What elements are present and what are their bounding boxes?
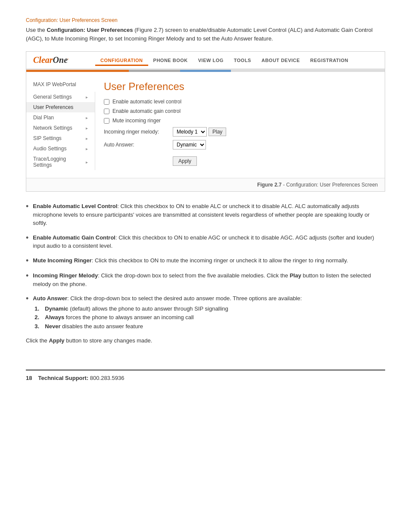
bullet-item-auto-answer: • Auto Answer: Click the drop-down box t… <box>26 294 385 331</box>
intro-paragraph: Use the Configuration: User Preferences … <box>26 26 385 43</box>
bullet-text-agc: Enable Automatic Gain Control: Click thi… <box>33 233 385 250</box>
bullet-dot: • <box>26 202 28 212</box>
sidebar: MAX IP WebPortal General Settings User P… <box>26 76 95 174</box>
bullet-text-alc: Enable Automatic Level Control: Click th… <box>33 202 385 227</box>
sidebar-item-user-preferences[interactable]: User Preferences <box>26 102 95 112</box>
bullet-item-agc: • Enable Automatic Gain Control: Click t… <box>26 233 385 250</box>
select-auto-answer[interactable]: Dynamic Always Never <box>173 140 206 149</box>
color-bar <box>26 70 385 72</box>
sidebar-item-sip-settings[interactable]: SIP Settings <box>26 133 95 143</box>
checkbox-agc[interactable] <box>104 109 109 114</box>
bullet-item-alc: • Enable Automatic Level Control: Click … <box>26 202 385 227</box>
bullet-text-melody: Incoming Ringer Melody: Click the drop-d… <box>33 271 385 288</box>
bullet-dot: • <box>26 256 28 266</box>
bullet-item-melody: • Incoming Ringer Melody: Click the drop… <box>26 271 385 288</box>
form-row-ringer-melody: Incoming ringer melody: Melody 1 Melody … <box>104 127 376 137</box>
bullet-dot: • <box>26 233 28 243</box>
nav-bar: ClearOne. CONFIGURATION PHONE BOOK VIEW … <box>26 52 385 70</box>
apply-row: Apply <box>173 153 376 166</box>
bullet-dot: • <box>26 271 28 281</box>
nav-item-tools[interactable]: TOOLS <box>229 56 256 66</box>
intro-text-before: Use the <box>26 27 47 33</box>
form-row-alc: Enable automatic level control <box>104 99 376 105</box>
nav-item-viewlog[interactable]: VIEW LOG <box>193 56 229 66</box>
sidebar-item-dial-plan[interactable]: Dial Plan <box>26 112 95 123</box>
sidebar-item-network-settings[interactable]: Network Settings <box>26 123 95 133</box>
sidebar-item-audio-settings[interactable]: Audio Settings <box>26 143 95 154</box>
nav-items: CONFIGURATION PHONE BOOK VIEW LOG TOOLS … <box>95 56 378 65</box>
nav-item-phonebook[interactable]: PHONE BOOK <box>148 56 193 66</box>
label-ringer-melody: Incoming ringer melody: <box>104 129 173 135</box>
nav-item-configuration[interactable]: CONFIGURATION <box>95 56 148 66</box>
figure-caption-text: - Configuration: User Preferences Screen <box>282 182 378 188</box>
bullet-dot: • <box>26 294 28 304</box>
section-title-link[interactable]: Configuration: User Preferences Screen <box>26 17 385 23</box>
footer-phone: 800.283.5936 <box>90 375 125 381</box>
color-bar-gray <box>129 70 180 72</box>
page-footer: 18 Technical Support: 800.283.5936 <box>26 370 385 381</box>
select-ringer-melody[interactable]: Melody 1 Melody 2 Melody 3 Melody 4 Melo… <box>173 127 207 137</box>
label-mute[interactable]: Mute incoming ringer <box>112 118 161 124</box>
page-wrapper: Configuration: User Preferences Screen U… <box>0 0 411 407</box>
bullet-item-mute: • Mute Incoming Ringer: Click this check… <box>26 256 385 266</box>
label-auto-answer: Auto Answer: <box>104 142 173 148</box>
apply-button[interactable]: Apply <box>173 156 197 166</box>
intro-bold: Configuration: User Preferences <box>47 27 133 33</box>
nav-logo: ClearOne. <box>33 55 85 65</box>
sidebar-item-trace-logging[interactable]: Trace/Logging Settings <box>26 154 95 170</box>
checkbox-alc[interactable] <box>104 99 109 105</box>
main-content: User Preferences Enable automatic level … <box>95 76 385 174</box>
label-alc[interactable]: Enable automatic level control <box>112 99 181 105</box>
page-heading: User Preferences <box>104 81 376 93</box>
form-row-auto-answer: Auto Answer: Dynamic Always Never <box>104 140 376 149</box>
bullet-section: • Enable Automatic Level Control: Click … <box>26 202 385 344</box>
sidebar-portal-label: MAX IP WebPortal <box>26 80 95 92</box>
sub-item-always: 2. Always forces the phone to always ans… <box>34 313 302 322</box>
footer-support-label: Technical Support: <box>38 375 88 381</box>
footer-support: Technical Support: 800.283.5936 <box>38 375 124 381</box>
play-button[interactable]: Play <box>209 128 226 136</box>
sidebar-item-general-settings[interactable]: General Settings <box>26 92 95 102</box>
color-bar-blue <box>180 70 231 72</box>
form-row-mute: Mute incoming ringer <box>104 118 376 124</box>
ui-screenshot: ClearOne. CONFIGURATION PHONE BOOK VIEW … <box>26 51 385 192</box>
nav-item-aboutdevice[interactable]: ABOUT DEVICE <box>256 56 305 66</box>
content-area: MAX IP WebPortal General Settings User P… <box>26 72 385 178</box>
bullet-text-mute: Mute Incoming Ringer: Click this checkbo… <box>33 256 348 265</box>
color-bar-rest <box>231 70 385 72</box>
figure-caption-bold: Figure 2.7 <box>257 182 282 188</box>
click-apply-text: Click the Apply button to store any chan… <box>26 337 385 344</box>
bullet-text-auto-answer: Auto Answer: Click the drop-down box to … <box>33 294 302 331</box>
color-bar-orange <box>26 70 129 72</box>
sub-item-never: 3. Never disables the auto answer featur… <box>34 322 302 331</box>
checkbox-mute[interactable] <box>104 118 109 124</box>
figure-caption: Figure 2.7 - Configuration: User Prefere… <box>26 178 385 191</box>
nav-item-registration[interactable]: REGISTRATION <box>305 56 353 66</box>
form-row-agc: Enable automatic gain control <box>104 108 376 114</box>
footer-page-num: 18 <box>26 375 32 381</box>
sub-item-dynamic: 1. Dynamic (default) allows the phone to… <box>34 305 302 314</box>
label-agc[interactable]: Enable automatic gain control <box>112 108 181 114</box>
sub-list-auto-answer: 1. Dynamic (default) allows the phone to… <box>34 305 302 331</box>
